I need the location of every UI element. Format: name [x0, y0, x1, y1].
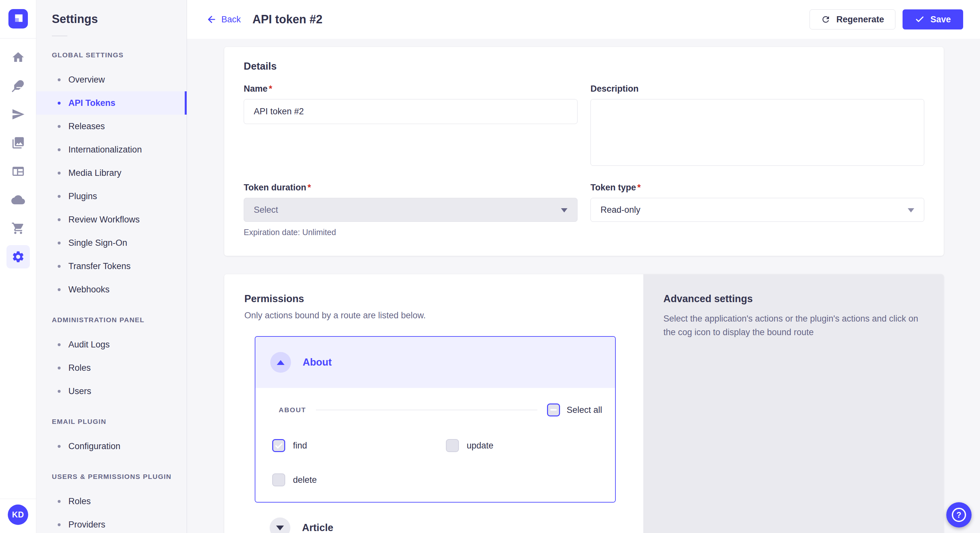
section-administration-panel: ADMINISTRATION PANEL	[36, 316, 187, 324]
select-all-checkbox[interactable]	[547, 403, 560, 416]
name-label: Name*	[244, 84, 578, 94]
bullet-icon	[58, 265, 60, 268]
sidebar-item-single-sign-on[interactable]: Single Sign-On	[36, 231, 187, 254]
sidebar-item-internationalization[interactable]: Internationalization	[36, 138, 187, 161]
permissions-subtitle: Only actions bound by a route are listed…	[244, 311, 616, 320]
token-duration-label: Token duration*	[244, 182, 578, 193]
token-type-select[interactable]: Read-only	[590, 198, 924, 222]
collapse-toggle-button[interactable]	[270, 352, 291, 373]
section-email-plugin: EMAIL PLUGIN	[36, 418, 187, 425]
page-header: Back API token #2 Regenerate Save	[187, 0, 980, 39]
caret-up-icon	[277, 360, 285, 365]
advanced-settings-body: Select the application's actions or the …	[663, 312, 921, 339]
sidebar-item-review-workflows[interactable]: Review Workflows	[36, 208, 187, 231]
sidebar-item-admin-users[interactable]: Users	[36, 379, 187, 403]
select-all-label: Select all	[566, 405, 602, 415]
permission-action-delete: delete	[272, 473, 446, 486]
name-input[interactable]	[244, 99, 578, 124]
token-duration-select[interactable]: Select	[244, 198, 578, 222]
home-icon[interactable]	[6, 46, 30, 69]
name-field-group: Name*	[244, 84, 578, 167]
bullet-icon	[58, 390, 60, 393]
back-link[interactable]: Back	[207, 14, 241, 25]
sidebar-item-email-configuration[interactable]: Configuration	[36, 435, 187, 458]
bullet-icon	[58, 148, 60, 151]
bullet-icon	[58, 500, 60, 503]
accordion-about-body: ABOUT Select all find	[255, 388, 615, 502]
expiration-helper-text: Expiration date: Unlimited	[244, 228, 578, 237]
bullet-icon	[58, 125, 60, 128]
sidebar-item-up-providers[interactable]: Providers	[36, 513, 187, 533]
token-type-field-group: Token type* Read-only	[590, 182, 924, 237]
permission-action-find: find	[272, 439, 446, 452]
permissions-card: Permissions Only actions bound by a rout…	[224, 274, 944, 533]
sidebar-title-divider	[52, 36, 67, 36]
cloud-icon[interactable]	[6, 188, 30, 211]
sidebar-item-media-library[interactable]: Media Library	[36, 161, 187, 185]
settings-gear-icon[interactable]	[6, 245, 30, 268]
sidebar-item-up-roles[interactable]: Roles	[36, 490, 187, 513]
send-plane-icon[interactable]	[6, 103, 30, 126]
strapi-logo-icon[interactable]	[8, 9, 28, 29]
section-divider-line	[316, 409, 538, 410]
main-area: Back API token #2 Regenerate Save Detail…	[187, 0, 980, 533]
section-global-settings: GLOBAL SETTINGS	[36, 51, 187, 59]
bullet-icon	[58, 195, 60, 198]
sidebar-item-plugins[interactable]: Plugins	[36, 185, 187, 208]
regenerate-button[interactable]: Regenerate	[810, 10, 896, 30]
bullet-icon	[58, 288, 60, 291]
expand-toggle-button[interactable]	[270, 517, 290, 533]
page-content: Details Name* Description Token duration…	[187, 39, 980, 533]
permission-action-update: update	[446, 439, 602, 452]
sidebar-item-transfer-tokens[interactable]: Transfer Tokens	[36, 254, 187, 278]
arrow-left-icon	[207, 14, 217, 25]
bullet-icon	[58, 523, 60, 526]
about-section-label: ABOUT	[279, 406, 306, 414]
details-heading: Details	[244, 60, 924, 72]
rail-bottom-divider	[0, 499, 36, 499]
accordion-article-header[interactable]: Article	[255, 503, 616, 533]
settings-sidebar: Settings GLOBAL SETTINGS Overview API To…	[36, 0, 187, 533]
advanced-settings-pane: Advanced settings Select the application…	[643, 274, 944, 533]
accordion-about-header[interactable]: About	[255, 337, 615, 388]
icon-rail: KD	[0, 0, 36, 533]
advanced-settings-heading: Advanced settings	[663, 293, 921, 305]
delete-checkbox[interactable]	[272, 473, 285, 486]
sidebar-item-admin-roles[interactable]: Roles	[36, 356, 187, 379]
delete-label: delete	[293, 475, 317, 485]
sidebar-item-releases[interactable]: Releases	[36, 115, 187, 138]
token-duration-field-group: Token duration* Select Expiration date: …	[244, 182, 578, 237]
media-pictures-icon[interactable]	[6, 131, 30, 154]
bullet-icon	[58, 218, 60, 221]
required-marker: *	[307, 182, 311, 192]
permissions-heading: Permissions	[244, 293, 616, 305]
bullet-icon	[58, 78, 60, 81]
bullet-icon	[58, 366, 60, 370]
bullet-icon	[58, 102, 60, 105]
save-button[interactable]: Save	[902, 10, 963, 30]
description-textarea[interactable]	[590, 99, 924, 166]
sidebar-item-audit-logs[interactable]: Audit Logs	[36, 333, 187, 356]
layout-icon[interactable]	[6, 160, 30, 183]
update-checkbox[interactable]	[446, 439, 459, 452]
sidebar-item-api-tokens[interactable]: API Tokens	[36, 91, 187, 115]
update-label: update	[467, 441, 493, 451]
bullet-icon	[58, 445, 60, 448]
select-all-group: Select all	[547, 403, 602, 416]
help-button[interactable]: ?	[946, 502, 972, 528]
find-label: find	[293, 441, 307, 451]
content-feather-icon[interactable]	[6, 74, 30, 97]
user-avatar[interactable]: KD	[8, 504, 28, 525]
required-marker: *	[269, 84, 272, 94]
required-marker: *	[638, 182, 641, 192]
bullet-icon	[58, 171, 60, 174]
sidebar-item-webhooks[interactable]: Webhooks	[36, 278, 187, 301]
section-users-permissions-plugin: USERS & PERMISSIONS PLUGIN	[36, 473, 187, 481]
sidebar-item-overview[interactable]: Overview	[36, 68, 187, 91]
marketplace-cart-icon[interactable]	[6, 217, 30, 240]
permissions-pane: Permissions Only actions bound by a rout…	[224, 274, 643, 533]
caret-down-icon	[276, 525, 284, 530]
description-field-group: Description	[590, 84, 924, 167]
token-type-label: Token type*	[590, 182, 924, 193]
find-checkbox[interactable]	[272, 439, 285, 452]
